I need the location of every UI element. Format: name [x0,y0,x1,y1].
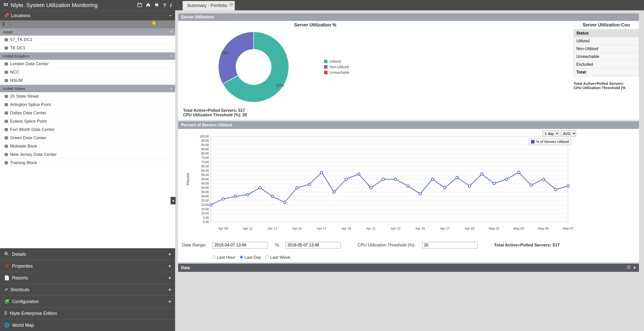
svg-text:Apr 19: Apr 19 [341,227,351,230]
accordion-label: Properties [12,264,33,269]
plus-icon[interactable]: + [168,275,171,281]
minus-icon[interactable]: − [170,86,173,91]
accordion-configuration[interactable]: 🧩Configuration+ [0,296,175,307]
location-label: London Data Center [10,61,49,66]
region-japan[interactable]: Japan− [0,28,175,36]
accordion-label: World Map [12,323,34,328]
plus-icon[interactable]: + [168,252,171,257]
export-icon[interactable] [627,265,631,270]
svg-text:33%: 33% [221,51,229,55]
sort-icon[interactable] [3,22,6,27]
svg-point-89 [394,178,397,180]
expand-icon[interactable]: + [633,265,636,270]
location-item[interactable]: TK DC1 [0,44,175,52]
location-item[interactable]: NCC [0,68,175,77]
database-icon[interactable] [9,23,12,26]
home-icon[interactable] [146,3,150,8]
svg-text:Percent: Percent [186,173,190,185]
stats-right-1: Total Active+Polled Servers: [574,81,639,86]
location-item[interactable]: London Data Center [0,60,175,68]
stats-cpu-threshold: CPU Utilization Threshold (%): 20 [183,113,447,117]
svg-point-97 [493,182,495,185]
info-icon[interactable]: i [170,3,172,8]
location-item[interactable]: Euless Splice Point [0,117,175,126]
location-item[interactable]: 57_TK DC1 [0,36,175,44]
database-icon [5,38,8,41]
svg-text:0.00: 0.00 [203,220,209,224]
collapse-sidebar-button[interactable]: ◄ [171,197,176,204]
location-label: 57_TK DC1 [10,37,32,42]
radio-last-day[interactable]: Last Day [240,255,261,260]
svg-text:Apr 11: Apr 11 [243,227,253,230]
puzzle-icon: 🧩 [4,299,10,304]
svg-text:Apr 29: Apr 29 [465,227,474,230]
status-row: Unreachable [574,53,639,60]
minus-icon[interactable]: − [170,29,173,34]
shortcut-icon: ↗ [4,287,8,292]
status-head: Status [574,29,639,37]
aggregation-select[interactable]: AVG [561,130,576,137]
status-row: Non-Utilized [574,45,639,53]
close-icon[interactable]: × [229,3,233,7]
document-icon: 📄 [4,275,10,281]
svg-point-82 [308,183,311,186]
period-select[interactable]: 1 day [542,130,559,137]
svg-text:Apr 21: Apr 21 [366,227,376,230]
database-icon [5,120,8,123]
cpu-threshold-input[interactable] [422,242,477,248]
accordion-shortcuts[interactable]: ↗Shortcuts+ [0,284,175,296]
legend-utilized: Utilized [330,59,341,63]
database-icon [5,128,8,131]
svg-text:65.00: 65.00 [201,165,209,168]
print-icon[interactable] [154,3,159,8]
grip-icon [4,3,8,8]
accordion-properties[interactable]: 💼Properties+ [0,260,175,272]
location-item[interactable]: 25 State Street [0,92,175,101]
minus-icon[interactable]: − [170,53,173,59]
database-icon [5,62,8,65]
accordion-nlyte-enterprise-edition[interactable]: ⠿Nlyte Enterprise Edition [0,307,175,319]
plus-icon[interactable]: + [168,264,171,269]
svg-text:90.00: 90.00 [201,143,209,147]
right-chart-title: Server Utilization-Cou [574,22,639,28]
radio-last-hour[interactable]: Last Hour [212,255,235,260]
location-label: NSUM [10,78,23,83]
svg-rect-9 [140,3,141,4]
minus-icon[interactable]: − [169,13,172,18]
region-united-kingdom[interactable]: United Kingdom− [0,52,175,60]
accordion-world-map[interactable]: 🌐World Map [0,319,175,331]
radio-last-week[interactable]: Last Week [266,255,290,260]
date-from-input[interactable] [213,242,268,248]
svg-text:Apr 15: Apr 15 [292,227,302,230]
location-item[interactable]: Fort Worth Data Center [0,126,175,134]
location-item[interactable]: Arlington Splice Point [0,101,175,109]
location-label: Green Data Center [10,135,46,140]
calendar-icon[interactable] [137,3,142,8]
accordion-reports[interactable]: 📄Reports+ [0,272,175,284]
accordion-details[interactable]: 🔍Details+ [0,248,175,260]
region-united-states[interactable]: United States− [0,85,175,92]
main-area: Summary - Portfolio × Server Utilization… [175,0,644,331]
plus-icon[interactable]: + [168,287,171,292]
date-to-input[interactable] [286,242,341,248]
help-icon[interactable]: ? [163,3,166,8]
location-label: Dallas Data Center [10,111,46,116]
location-item[interactable]: Green Data Center [0,134,175,142]
svg-point-77 [247,193,249,196]
pin-icon: 📌 [4,13,9,18]
location-item[interactable]: Midstate Bank [0,142,175,151]
sidebar-accordion: 🔍Details+💼Properties+📄Reports+↗Shortcuts… [0,248,175,331]
cpu-threshold-label: CPU Utilization Threshold (%): [357,243,415,248]
status-row: Excluded [574,60,639,68]
svg-text:70.00: 70.00 [201,160,209,164]
location-item[interactable]: Training Block [0,159,175,167]
tab-summary-portfolio[interactable]: Summary - Portfolio × [183,1,235,10]
location-item[interactable]: NSUM [0,77,175,85]
locations-panel-head[interactable]: 📌Locations − [0,11,175,20]
svg-point-86 [357,173,360,175]
svg-text:Apr 23: Apr 23 [391,227,400,230]
svg-point-94 [456,176,458,179]
location-item[interactable]: Dallas Data Center [0,109,175,117]
location-item[interactable]: New Jersey Data Center [0,151,175,159]
plus-icon[interactable]: + [168,299,171,304]
